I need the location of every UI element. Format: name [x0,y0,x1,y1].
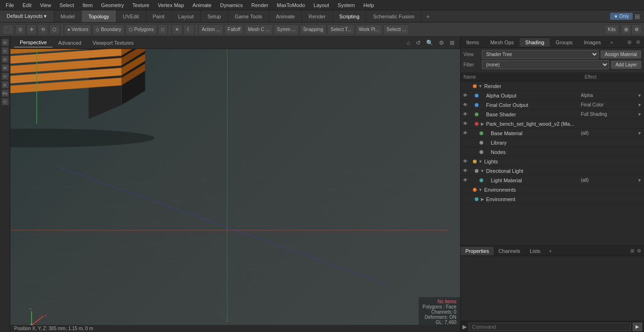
expand-parkbench[interactable]: ▶ [479,121,485,126]
cmd-run-button[interactable]: ▶ [633,323,642,331]
vp-ctrl-zoom[interactable]: 🔍 [424,39,435,47]
tool-moon[interactable]: ☾ [183,24,194,35]
vp-tab-advanced[interactable]: Advanced [52,39,87,47]
menu-item-file[interactable]: File [2,1,18,9]
menu-item-item[interactable]: Item [79,1,96,9]
tool-action[interactable]: Action ... [198,24,223,35]
tab-gametools[interactable]: Game Tools [228,10,270,22]
arrow-basematerial[interactable]: ▼ [637,131,643,136]
eye-basematerial[interactable]: 👁 [462,130,469,136]
tree-item-render[interactable]: ▼ Render [461,81,644,91]
assign-material-button[interactable]: Assign Material [601,50,641,58]
menu-item-render[interactable]: Render [248,1,272,9]
tool-select-t[interactable]: Select T... [327,24,355,35]
tool-mesh[interactable]: Mesh C ... [245,24,273,35]
tab-scripting[interactable]: Scripting [333,10,367,22]
rp-settings-icon[interactable]: ⚙ [634,39,642,46]
bp-tab-plus[interactable]: + [545,247,555,255]
menu-item-system[interactable]: System [334,1,359,9]
menu-item-maxtomodo[interactable]: MaxToModo [273,1,309,9]
cmd-input[interactable] [469,323,631,331]
expand-icon[interactable]: ⊞ [635,13,640,20]
tool-fullscreen[interactable]: ⊞ [621,24,631,35]
tool-circle[interactable]: ⊙ [15,24,25,35]
vp-ctrl-home[interactable]: ⌂ [405,39,412,47]
rp-tab-add[interactable]: + [607,38,617,47]
expand-dirlight[interactable]: ▼ [479,169,485,173]
rp-tab-shading[interactable]: Shading [520,38,550,47]
eye-dirlight[interactable]: 👁 [462,168,469,173]
tool-crosshair[interactable]: ✛ [26,24,37,35]
tool-shape[interactable]: □ [158,24,167,35]
tab-topology[interactable]: Topology [82,10,116,22]
bp-tab-channels[interactable]: Channels [494,247,525,255]
arrow-alpha[interactable]: ▼ [637,93,643,98]
menu-item-view[interactable]: View [36,1,55,9]
menu-item-vertexmap[interactable]: Vertex Map [154,1,188,9]
ls-btn-4[interactable]: M [1,64,9,72]
expand-environment[interactable]: ▶ [479,197,485,202]
bp-tab-properties[interactable]: Properties [461,247,494,255]
tab-setup[interactable]: Setup [201,10,228,22]
bp-tab-lists[interactable]: Lists [525,247,545,255]
menu-item-help[interactable]: Help [360,1,378,9]
layouts-dropdown[interactable]: Default Layouts ▾ [0,10,54,22]
shader-tree[interactable]: ▼ Render 👁 Alpha Output Alpha ▼ 👁 F [461,81,644,245]
tree-item-lightmaterial[interactable]: 👁 Light Material (all) ▼ [461,176,644,185]
rp-tab-groups[interactable]: Groups [550,38,578,47]
tree-item-parkbench[interactable]: 👁 ▶ Park_bench_set_light_wood_v2 (Ma... [461,119,644,129]
tool-vertices[interactable]: ● Vertices [64,24,91,35]
tree-item-environments[interactable]: ▼ Environments [461,185,644,194]
expand-lights[interactable]: ▼ [478,159,483,164]
arrow-baseshader[interactable]: ▼ [637,112,643,117]
tree-item-alpha[interactable]: 👁 Alpha Output Alpha ▼ [461,91,644,100]
tree-item-environment[interactable]: ▶ Environment [461,194,644,204]
menu-item-select[interactable]: Select [56,1,78,9]
tool-selecti[interactable]: Selecti ... [383,24,409,35]
ls-btn-2[interactable]: U [1,47,9,55]
bp-expand-icon[interactable]: ⊞ [629,247,635,254]
tool-hex[interactable]: ⬡ [49,24,60,35]
arrow-finalcolor[interactable]: ▼ [637,103,643,107]
tool-select[interactable]: ⬛ [2,24,14,35]
tool-sun[interactable]: ☀ [172,24,182,35]
tool-polygons[interactable]: ⬡ Polygons [125,24,157,35]
tree-item-baseshader[interactable]: 👁 Base Shader Full Shading ▼ [461,110,644,119]
menu-item-animate[interactable]: Animate [189,1,215,9]
tab-animate[interactable]: Animate [269,10,302,22]
tool-rotate[interactable]: ⟲ [38,24,48,35]
ls-btn-3[interactable]: D [1,56,9,63]
rp-tab-meshops[interactable]: Mesh Ops [485,38,520,47]
vp-ctrl-expand[interactable]: ⊞ [448,39,456,47]
viewport[interactable]: Perspective Advanced Viewport Textures ⌂… [10,37,460,332]
tree-item-lights[interactable]: 👁 ▼ Lights [461,157,644,166]
vp-tab-perspective[interactable]: Perspective [14,38,52,48]
tool-boundary[interactable]: ◇ Boundary [92,24,124,35]
menu-item-texture[interactable]: Texture [129,1,153,9]
tool-symm[interactable]: Symm ... [274,24,299,35]
tree-item-nodes[interactable]: Nodes [461,147,644,157]
vp-tab-textures[interactable]: Viewport Textures [87,39,139,47]
tree-item-basematerial[interactable]: 👁 Base Material (all) ▼ [461,129,644,138]
tool-kits[interactable]: Kits [604,24,619,35]
rp-expand-icon[interactable]: ⊞ [626,39,633,46]
vp-ctrl-rotate[interactable]: ↺ [414,39,422,47]
tree-item-library[interactable]: Library [461,138,644,147]
view-select[interactable]: Shader Tree [482,50,599,59]
menu-item-layout[interactable]: Layout [310,1,333,9]
rp-tab-images[interactable]: Images [578,38,607,47]
tree-item-finalcolor[interactable]: 👁 Final Color Output Final Color ▼ [461,100,644,110]
menu-item-geometry[interactable]: Geometry [97,1,127,9]
tab-layout[interactable]: Layout [172,10,201,22]
ls-btn-7[interactable]: Po [1,89,9,97]
arrow-lightmaterial[interactable]: ▼ [637,178,643,183]
rp-tab-items[interactable]: Items [461,38,485,47]
tool-snapping[interactable]: Snapping [300,24,326,35]
expand-environments[interactable]: ▼ [478,187,483,192]
eye-lights[interactable]: 👁 [462,159,469,164]
eye-baseshader[interactable]: 👁 [462,112,469,117]
filter-select[interactable]: (none) [482,60,609,69]
tool-workpl[interactable]: Work Pl... [355,24,382,35]
eye-lightmaterial[interactable]: 👁 [462,178,469,183]
bp-settings-icon[interactable]: ⚙ [636,247,642,254]
